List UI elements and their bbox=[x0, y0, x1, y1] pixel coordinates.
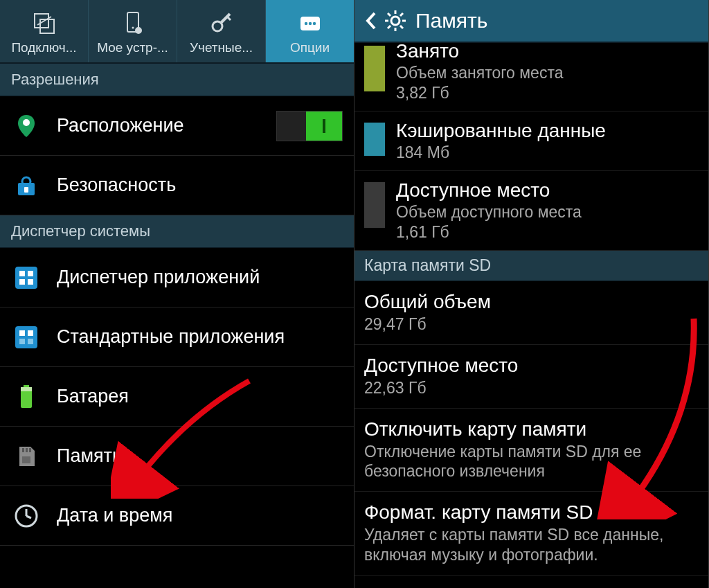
item-label: Дата и время bbox=[57, 505, 172, 526]
svg-rect-20 bbox=[19, 279, 25, 285]
toggle-location[interactable] bbox=[276, 111, 343, 141]
sd-format[interactable]: Формат. карту памяти SD Удаляет с карты … bbox=[354, 492, 708, 576]
header-memory: Память bbox=[354, 0, 708, 43]
sd-title: Общий объем bbox=[364, 291, 699, 313]
svg-line-44 bbox=[400, 26, 403, 28]
tab-my-device[interactable]: Мое устр-... bbox=[89, 0, 177, 62]
svg-point-38 bbox=[391, 17, 400, 25]
sd-available[interactable]: Доступное место 22,63 Гб bbox=[354, 345, 708, 409]
svg-rect-26 bbox=[28, 339, 33, 344]
storage-sub: 184 Мб bbox=[396, 143, 606, 162]
back-icon[interactable] bbox=[364, 10, 378, 31]
storage-title: Кэшированные данные bbox=[396, 120, 606, 142]
svg-rect-31 bbox=[26, 448, 28, 452]
svg-rect-24 bbox=[28, 330, 33, 336]
sd-sub: Удаляет с карты памяти SD все данные, вк… bbox=[364, 525, 699, 565]
sd-total[interactable]: Общий объем 29,47 Гб bbox=[354, 281, 708, 345]
svg-point-4 bbox=[132, 27, 134, 29]
svg-rect-30 bbox=[22, 448, 24, 452]
svg-line-46 bbox=[400, 13, 403, 16]
svg-rect-32 bbox=[29, 448, 31, 452]
section-permissions-header: Разрешения bbox=[0, 64, 354, 96]
tab-accounts[interactable]: Учетные... bbox=[177, 0, 266, 62]
gear-icon[interactable] bbox=[384, 9, 407, 33]
battery-icon bbox=[11, 382, 42, 412]
item-security[interactable]: Безопасность bbox=[0, 156, 354, 215]
location-icon bbox=[11, 111, 42, 141]
header-title: Память bbox=[415, 9, 488, 33]
svg-point-13 bbox=[23, 119, 30, 126]
sd-sub: Отключение карты памяти SD для ее безопа… bbox=[364, 442, 699, 482]
svg-point-11 bbox=[308, 22, 311, 25]
svg-rect-21 bbox=[28, 279, 33, 285]
sd-unmount[interactable]: Отключить карту памяти Отключение карты … bbox=[354, 409, 708, 492]
device-icon bbox=[119, 10, 147, 37]
swatch-cached bbox=[364, 123, 385, 156]
svg-line-43 bbox=[388, 13, 391, 16]
tab-label: Подключ... bbox=[11, 40, 76, 55]
sd-title: Отключить карту памяти bbox=[364, 418, 699, 440]
storage-used[interactable]: Занято Объем занятого места 3,82 Гб bbox=[354, 43, 708, 112]
right-panel: Память Занято Объем занятого места 3,82 … bbox=[354, 0, 709, 588]
svg-rect-19 bbox=[28, 271, 33, 276]
sd-title: Формат. карту памяти SD bbox=[364, 501, 699, 524]
tab-connections[interactable]: Подключ... bbox=[0, 0, 89, 62]
item-datetime[interactable]: Дата и время bbox=[0, 486, 354, 546]
svg-rect-16 bbox=[24, 187, 28, 193]
item-battery[interactable]: Батарея bbox=[0, 367, 354, 427]
storage-value: 1,61 Гб bbox=[396, 223, 582, 242]
item-default-apps[interactable]: Стандартные приложения bbox=[0, 308, 354, 367]
lock-icon bbox=[11, 170, 42, 201]
tabs-bar: Подключ... Мое устр-... Учетные... bbox=[0, 0, 354, 64]
sd-title: Доступное место bbox=[364, 355, 699, 377]
item-storage[interactable]: Память bbox=[0, 427, 354, 486]
svg-rect-23 bbox=[19, 330, 25, 336]
default-apps-icon bbox=[11, 322, 42, 353]
svg-rect-18 bbox=[19, 271, 25, 276]
svg-rect-17 bbox=[15, 267, 37, 289]
item-label: Диспетчер приложений bbox=[57, 267, 260, 288]
storage-cached[interactable]: Кэшированные данные 184 Мб bbox=[354, 112, 708, 171]
svg-rect-25 bbox=[19, 339, 25, 344]
sd-sub: 29,47 Гб bbox=[364, 314, 699, 335]
storage-sub: Объем доступного места bbox=[396, 203, 582, 222]
tab-label: Опции bbox=[290, 40, 330, 55]
sd-sub: 22,63 Гб bbox=[364, 378, 699, 398]
storage-sub: Объем занятого места bbox=[396, 64, 563, 82]
storage-available[interactable]: Доступное место Объем доступного места 1… bbox=[354, 171, 708, 251]
tab-options[interactable]: Опции bbox=[266, 0, 354, 62]
svg-point-6 bbox=[213, 21, 222, 31]
apps-icon bbox=[11, 262, 42, 293]
tab-label: Мое устр-... bbox=[97, 40, 168, 55]
left-panel: Подключ... Мое устр-... Учетные... bbox=[0, 0, 354, 588]
item-label: Стандартные приложения bbox=[57, 326, 285, 348]
section-system-header: Диспетчер системы bbox=[0, 215, 354, 248]
svg-line-8 bbox=[227, 17, 231, 20]
storage-title: Занято bbox=[396, 40, 563, 62]
clock-icon bbox=[11, 501, 42, 531]
svg-rect-0 bbox=[35, 14, 48, 28]
item-label: Безопасность bbox=[57, 175, 176, 196]
options-icon bbox=[296, 10, 324, 37]
svg-rect-22 bbox=[15, 326, 37, 348]
swatch-available bbox=[364, 182, 385, 228]
tab-label: Учетные... bbox=[190, 40, 253, 55]
svg-point-10 bbox=[304, 22, 307, 25]
item-label: Батарея bbox=[57, 386, 129, 407]
item-label: Расположение bbox=[57, 115, 184, 136]
svg-rect-33 bbox=[22, 456, 30, 463]
svg-point-5 bbox=[135, 27, 142, 34]
svg-line-45 bbox=[388, 26, 391, 28]
item-location[interactable]: Расположение bbox=[0, 96, 354, 156]
storage-title: Доступное место bbox=[396, 179, 582, 202]
connections-icon bbox=[30, 10, 58, 37]
item-label: Память bbox=[57, 445, 122, 467]
svg-point-12 bbox=[312, 22, 315, 25]
item-app-manager[interactable]: Диспетчер приложений bbox=[0, 248, 354, 308]
sd-card-header: Карта памяти SD bbox=[354, 251, 708, 281]
svg-line-36 bbox=[26, 516, 31, 518]
key-icon bbox=[208, 10, 235, 37]
storage-value: 3,82 Гб bbox=[396, 84, 563, 103]
memory-icon bbox=[11, 441, 42, 472]
swatch-used bbox=[364, 46, 385, 91]
